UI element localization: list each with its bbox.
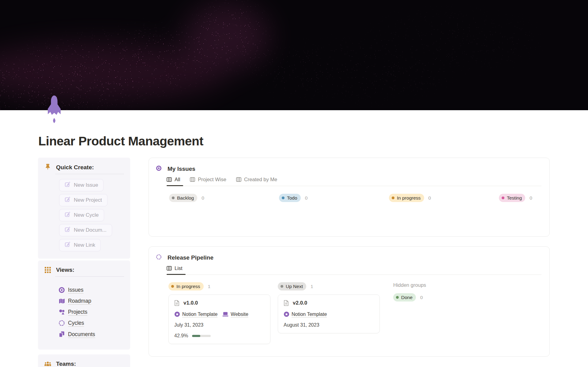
card-title-row: v1.0.0 xyxy=(174,300,265,306)
group-header: Up Next 1 xyxy=(278,282,380,290)
compose-icon xyxy=(65,197,70,204)
cycles-dashed-circle-icon xyxy=(58,320,65,326)
starfield-nebula-art xyxy=(0,0,588,110)
group-count: 0 xyxy=(530,195,532,201)
tab-created-by-me[interactable]: Created by Me xyxy=(236,177,280,186)
group-header: In progress 1 xyxy=(168,282,270,290)
status-label: Done xyxy=(401,295,413,300)
card-title[interactable]: v1.0.0 xyxy=(183,300,198,306)
views-card: Views: Issues Roadmap xyxy=(38,260,130,350)
status-badge-todo[interactable]: Todo xyxy=(279,194,301,202)
page-icon-rocket[interactable] xyxy=(46,95,62,127)
sidebar-item-label: Projects xyxy=(68,309,87,315)
new-link-label: New Link xyxy=(74,242,95,248)
tab-project-wise[interactable]: Project Wise xyxy=(190,177,229,186)
compose-icon xyxy=(65,182,70,189)
group-column-up-next: Up Next 1 v2.0.0 Notion Template xyxy=(278,282,380,344)
status-dot xyxy=(396,296,399,299)
sidebar-item-cycles[interactable]: Cycles xyxy=(58,320,124,326)
page-title: Linear Product Management xyxy=(38,134,588,148)
my-issues-header: My Issues xyxy=(149,158,549,172)
status-dot xyxy=(171,285,174,288)
pushpin-icon xyxy=(44,164,51,171)
dashed-circle-icon xyxy=(156,254,162,261)
sidebar-item-projects[interactable]: Projects xyxy=(58,309,124,315)
tab-list[interactable]: List xyxy=(167,265,186,275)
card-title[interactable]: v2.0.0 xyxy=(293,300,307,306)
status-badge-testing[interactable]: Testing xyxy=(499,194,525,202)
tab-label: Project Wise xyxy=(198,177,226,182)
release-card-v1[interactable]: v1.0.0 Notion Template Website xyxy=(168,294,270,344)
status-label: Todo xyxy=(287,195,297,201)
teams-heading: Teams: xyxy=(56,361,76,367)
card-title-row: v2.0.0 xyxy=(284,300,374,306)
my-issues-title: My Issues xyxy=(168,166,195,172)
status-label: In progress xyxy=(397,195,421,201)
progress-bar-fill xyxy=(192,335,200,337)
group-count: 1 xyxy=(208,284,211,289)
board-column-in-progress: In progress 0 xyxy=(389,194,492,202)
tab-label: List xyxy=(175,265,183,271)
sidebar-item-label: Roadmap xyxy=(68,298,91,304)
new-project-button[interactable]: New Project xyxy=(59,194,107,206)
compose-icon xyxy=(65,227,70,234)
content-layout: Quick Create: New Issue New Project xyxy=(0,148,588,367)
group-count: 0 xyxy=(420,295,423,300)
card-date: August 31, 2023 xyxy=(284,322,374,328)
page-icon xyxy=(284,300,289,306)
notion-template-link[interactable]: Notion Template xyxy=(174,311,217,317)
sidebar: Quick Create: New Issue New Project xyxy=(38,158,130,367)
release-pipeline-groups: In progress 1 v1.0.0 Notion Template xyxy=(168,282,541,344)
new-link-button[interactable]: New Link xyxy=(59,239,101,251)
status-badge-in-progress[interactable]: In progress xyxy=(389,194,424,202)
board-view-icon xyxy=(167,177,172,182)
new-project-label: New Project xyxy=(74,197,102,203)
sidebar-item-roadmap[interactable]: Roadmap xyxy=(58,298,124,304)
release-card-v2[interactable]: v2.0.0 Notion Template August 31, 2023 xyxy=(278,294,380,333)
tab-all[interactable]: All xyxy=(167,177,183,186)
progress-bar xyxy=(192,335,211,337)
status-badge-up-next[interactable]: Up Next xyxy=(278,282,306,290)
teams-header: Teams: xyxy=(44,361,124,367)
my-issues-tabs: All Project Wise Created by Me xyxy=(167,177,541,186)
sidebar-item-documents[interactable]: Documents xyxy=(58,331,124,338)
quick-create-heading: Quick Create: xyxy=(56,164,94,171)
group-count: 0 xyxy=(305,195,308,201)
sidebar-item-issues[interactable]: Issues xyxy=(58,287,124,293)
status-badge-backlog[interactable]: Backlog xyxy=(169,194,197,202)
my-issues-board: Backlog 0 Todo 0 In progress 0 Testing 0 xyxy=(169,194,549,202)
new-issue-button[interactable]: New Issue xyxy=(59,179,104,191)
compose-icon xyxy=(65,212,70,219)
status-badge-in-progress[interactable]: In progress xyxy=(168,282,204,290)
my-issues-donut-icon xyxy=(156,165,162,172)
people-icon xyxy=(44,361,51,367)
issues-donut-icon xyxy=(58,287,65,293)
status-label: Backlog xyxy=(177,195,194,201)
status-badge-done[interactable]: Done xyxy=(393,293,416,301)
board-column-testing: Testing 0 xyxy=(499,194,550,202)
documents-pages-icon xyxy=(58,331,65,338)
notion-template-link[interactable]: Notion Template xyxy=(284,311,327,317)
status-dot xyxy=(281,285,283,288)
release-pipeline-title: Release Pipeline xyxy=(168,254,213,261)
star-circle-icon xyxy=(174,311,180,317)
star-circle-icon xyxy=(284,311,289,317)
divider xyxy=(55,276,124,277)
views-heading: Views: xyxy=(56,267,74,273)
tab-label: Created by Me xyxy=(244,177,277,182)
status-dot xyxy=(502,197,504,199)
status-dot xyxy=(392,197,394,199)
website-link[interactable]: Website xyxy=(222,312,248,317)
cover-image xyxy=(0,0,588,110)
board-view-icon xyxy=(167,266,172,271)
new-document-button[interactable]: New Docum... xyxy=(59,224,112,236)
new-cycle-button[interactable]: New Cycle xyxy=(59,209,104,221)
sidebar-item-label: Issues xyxy=(68,287,84,293)
divider xyxy=(55,174,124,174)
group-count: 0 xyxy=(202,195,204,201)
card-tags: Notion Template xyxy=(284,311,374,317)
main-content: My Issues All Project Wise Created by Me xyxy=(149,158,550,357)
teams-card: Teams: xyxy=(38,354,130,367)
my-issues-panel: My Issues All Project Wise Created by Me xyxy=(149,158,550,237)
new-issue-label: New Issue xyxy=(74,182,98,188)
